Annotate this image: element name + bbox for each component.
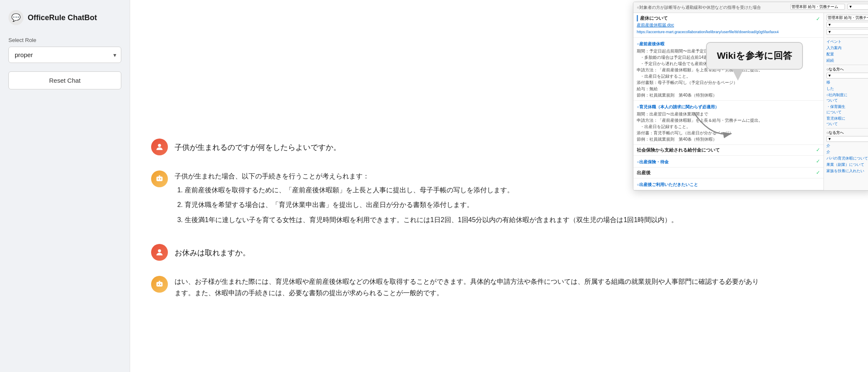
wiki-doc-url-1: https://accenture-mart.gracecollaboratio… [637,30,779,34]
sidebar-title: OfficeRule ChatBot [28,13,97,22]
green-check-icon-4: ✓ [816,170,820,176]
wiki-subsection-riyou: ○出産後ご利用いただきたいこと [637,182,820,188]
wiki-section-hoken: 社会保険から支給される給付金について ✓ [633,145,824,156]
panel-link-input[interactable]: 入力案内 [826,45,868,51]
wiki-go-title: 出産後 [637,170,651,176]
sidebar-dropdown-5[interactable]: ▼ [826,136,868,142]
svg-rect-10 [159,281,160,282]
user-avatar-2 [151,244,168,261]
user-message-text-1: 子供が生まれるのですが何をしたらよいですか。 [175,139,341,154]
panel-link-fukugyo[interactable]: 果業（副業）について [826,162,868,168]
wiki-doc-link-1[interactable]: 産前産後休暇届.doc [637,22,820,28]
wiki-section-title-1: 産休について [637,15,668,21]
chatbot-logo-icon: 💬 [8,10,24,25]
bot-avatar-2 [151,276,168,293]
sidebar-dropdown-4[interactable]: ▼ [826,73,868,79]
panel-link-naisei[interactable]: ○社内制度について [826,92,868,103]
chat-message-3: お休みは取れますか。 [151,244,843,261]
header-dropdown-1[interactable]: 管理本部 給与・労務チーム [790,4,845,10]
svg-point-6 [158,249,161,252]
wiki-popup-container: Wikiを参考に回答 ○対象者の方が診断等から通勤緩和や休憩などの指導を受けた場… [625,0,868,191]
callout-text: Wikiを参考に回答 [706,42,803,70]
sidebar: 💬 OfficeRule ChatBot Select Role proper … [0,0,130,372]
wiki-header: ○対象者の方が診断等から通勤緩和や休憩などの指導を受けた場合 管理本部 給与・労… [633,2,868,13]
callout-label: Wikiを参考に回答 [717,50,792,61]
wiki-section-syussan: ○出産保険・待金 ✓ [633,156,824,168]
wiki-section-go: 出産後 ✓ [633,168,824,178]
sidebar-dropdown-1[interactable]: 管理本部 給与・労務チーム [826,15,868,21]
bot-message-intro: 子供が生まれた場合、以下の手続きを行うことが考えられます： [175,170,678,182]
user-message-text-3: お休みは取れますか。 [175,244,250,259]
svg-rect-7 [157,282,163,286]
wiki-section-riyou: ○出産後ご利用いただきたいこと [633,178,824,190]
bot-list-item-2: 育児休職を希望する場合は、「育児休業申出書」を提出し、出産日が分かる書類を添付し… [185,199,678,210]
bot-avatar-1 [151,170,168,187]
bot-list-item-1: 産前産後休暇を取得するために、「産前産後休暇願」を上長と人事に提出し、母子手帳の… [185,184,678,196]
sidebar-dropdown-2[interactable]: ▼ [826,22,868,28]
chat-message-4: はい、お子様が生まれた際には、育児休暇や産前産後休暇などの休暇を取得することがで… [151,276,843,299]
panel-link-ikukyu[interactable]: 育児休暇について [826,116,868,127]
panel-section-naru: ○なる方へ [826,66,868,73]
header-dropdown-2[interactable]: ▼ [847,4,868,10]
green-check-icon-3: ✓ [816,158,820,164]
panel-link-event[interactable]: イベント [826,39,868,45]
panel-link-kai2[interactable]: 介 [826,149,868,155]
arrow-pointer [690,108,740,144]
bot-message-list: 産前産後休暇を取得するために、「産前産後休暇願」を上長と人事に提出し、母子手帳の… [175,184,678,225]
wiki-header-text: ○対象者の方が診断等から通勤緩和や休憩などの指導を受けた場合 [637,5,790,10]
panel-link-papa[interactable]: パパの育児休暇について [826,156,868,161]
panel-link-kazoku[interactable]: 家族を扶養に入れたい [826,168,868,174]
wiki-subsection-syussan: ○出産保険・待金 [637,159,669,165]
panel-separator-2 [826,65,868,65]
svg-point-4 [160,178,161,180]
green-check-icon-2: ✓ [816,147,820,153]
wiki-callout-bubble: Wikiを参考に回答 [706,42,803,70]
role-select[interactable]: proper [8,47,121,63]
wiki-section-santai: 産休について ✓ 産前産後休暇届.doc https://accenture-m… [633,13,824,38]
wiki-main-content: 産休について ✓ 産前産後休暇届.doc https://accenture-m… [633,13,824,190]
reset-chat-button[interactable]: Reset Chat [8,71,121,89]
wiki-hoken-title: 社会保険から支給される給付金について [637,147,720,153]
panel-section-naru2: ○なる方へ [826,130,868,136]
panel-separator-3 [826,128,868,128]
panel-link-hoiku[interactable]: ・保育園生について [826,104,868,115]
svg-point-3 [158,178,159,180]
svg-point-1 [158,144,161,147]
panel-link-shita[interactable]: した [826,86,868,92]
bot-message-2: 子供が生まれた場合、以下の手続きを行うことが考えられます： 産前産後休暇を取得す… [175,170,678,229]
panel-link-config[interactable]: 配置 [826,52,868,57]
select-role-label: Select Role [8,37,121,43]
wiki-header-controls: 管理本部 給与・労務チーム ▼ [790,4,868,11]
sidebar-header: 💬 OfficeRule ChatBot [8,10,121,25]
panel-link-kai[interactable]: 介 [826,143,868,149]
svg-rect-5 [159,176,160,177]
panel-link-utsuri[interactable]: 移 [826,80,868,85]
svg-rect-2 [157,177,163,181]
wiki-sidebar-panel: 管理本部 給与・労務チーム ▼ ▼ イベント 入力案内 配置 続続 ○なる方へ [824,13,868,190]
svg-point-9 [160,283,161,285]
user-avatar-1 [151,139,168,155]
wiki-panel: ○対象者の方が診断等から通勤緩和や休憩などの指導を受けた場合 管理本部 給与・労… [633,2,868,191]
panel-link-cont[interactable]: 続続 [826,58,868,63]
role-select-wrapper: proper ▾ [8,47,121,63]
panel-separator-1 [826,37,868,38]
wiki-body: 産休について ✓ 産前産後休暇届.doc https://accenture-m… [633,13,868,190]
bot-message-text-4: はい、お子様が生まれた際には、育児休暇や産前産後休暇などの休暇を取得することがで… [175,276,762,299]
sidebar-dropdown-3[interactable]: ▼ [826,29,868,35]
chat-main: Wikiを参考に回答 ○対象者の方が診断等から通勤緩和や休憩などの指導を受けた場… [130,0,868,372]
svg-point-8 [158,283,159,285]
bot-list-item-3: 生後満1年に達しない子を育てる女性は、育児時間休暇を利用できます。これには1日2… [185,214,678,225]
green-check-icon-1: ✓ [816,16,820,22]
